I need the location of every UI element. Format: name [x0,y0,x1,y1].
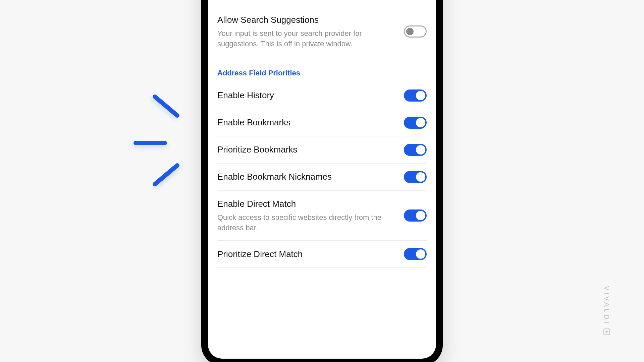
setting-title: Allow Search Suggestions [217,14,396,26]
toggle-knob [416,249,425,259]
toggle-knob [416,211,425,220]
toggle-knob [416,118,425,127]
phone-frame: Allow Search Suggestions Your input is s… [201,0,443,362]
setting-row-prioritize-direct-match[interactable]: Prioritize Direct Match [217,241,427,268]
setting-row-enable-bookmark-nicknames[interactable]: Enable Bookmark Nicknames [217,164,427,191]
toggle-enable-direct-match[interactable] [404,209,427,222]
setting-title: Enable Bookmark Nicknames [217,171,396,183]
setting-text: Enable Bookmarks [217,117,396,128]
setting-title: Enable Direct Match [217,198,396,210]
setting-row-enable-history[interactable]: Enable History [217,82,427,109]
toggle-knob [416,91,425,100]
toggle-prioritize-direct-match[interactable] [404,248,427,260]
setting-title: Enable History [217,89,396,101]
setting-text: Enable Direct Match Quick access to spec… [217,198,396,233]
setting-description: Quick access to specific websites direct… [217,213,396,233]
setting-row-search-suggestions[interactable]: Allow Search Suggestions Your input is s… [217,7,427,57]
setting-title: Enable Bookmarks [217,117,396,128]
setting-title: Prioritize Bookmarks [217,144,396,156]
toggle-knob [416,172,425,182]
setting-text: Allow Search Suggestions Your input is s… [217,14,396,49]
setting-text: Prioritize Direct Match [217,248,396,260]
toggle-knob [406,28,414,35]
setting-text: Prioritize Bookmarks [217,144,396,156]
toggle-enable-bookmark-nicknames[interactable] [404,171,427,183]
toggle-knob [416,145,425,155]
setting-row-enable-direct-match[interactable]: Enable Direct Match Quick access to spec… [217,191,427,241]
section-header-address-priorities: Address Field Priorities [217,57,427,82]
phone-screen: Allow Search Suggestions Your input is s… [208,0,436,359]
dash-icon [133,141,167,145]
toggle-search-suggestions[interactable] [404,25,427,38]
settings-screen: Allow Search Suggestions Your input is s… [208,7,436,359]
setting-row-prioritize-bookmarks[interactable]: Prioritize Bookmarks [217,136,427,164]
brand-label: VIVALDI [603,286,610,335]
decorative-dashes [131,94,198,194]
dash-icon [152,94,180,118]
setting-title: Prioritize Direct Match [217,248,396,260]
setting-text: Enable History [217,89,396,101]
play-icon [603,328,610,335]
dash-icon [152,162,180,187]
toggle-enable-history[interactable] [404,89,427,102]
setting-description: Your input is sent to your search provid… [217,28,396,49]
setting-text: Enable Bookmark Nicknames [217,171,396,183]
brand-text: VIVALDI [603,286,610,325]
toggle-enable-bookmarks[interactable] [404,117,427,129]
setting-row-enable-bookmarks[interactable]: Enable Bookmarks [217,109,427,136]
toggle-prioritize-bookmarks[interactable] [404,144,427,156]
